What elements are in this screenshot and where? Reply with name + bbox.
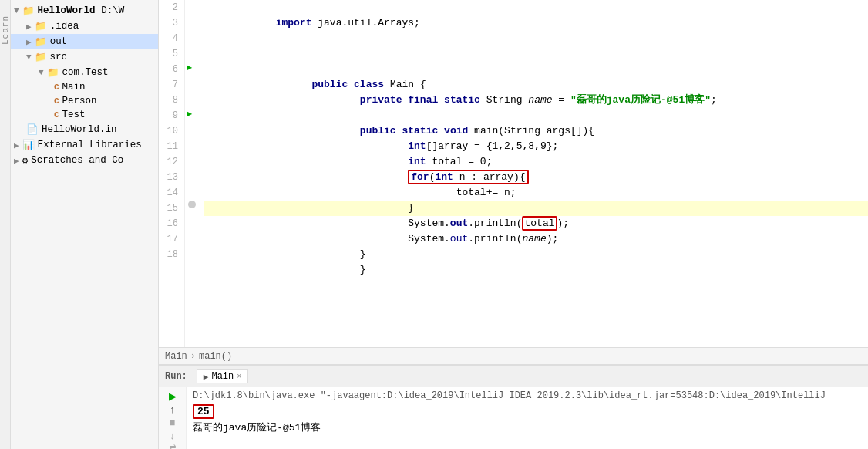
run-output: D:\jdk1.8\bin\java.exe "-javaagent:D:\id… [187, 387, 868, 449]
run-content: ▶ ↑ ■ ↓ ⇌ D:\jdk1.8\bin\java.exe "-javaa… [159, 387, 868, 449]
sidebar: ▼ 📁 HelloWorld D:\W ▶ 📁 .idea ▶ 📁 out ▼ … [11, 0, 159, 449]
run-up-button[interactable]: ↑ [164, 403, 181, 415]
sidebar-item-comtest[interactable]: ▼ 📁 com.Test [11, 65, 158, 80]
sidebar-label-src: src [50, 52, 68, 62]
sidebar-label-scratches: Scratches and Co [31, 155, 123, 166]
sidebar-item-scratches[interactable]: ▶ ⚙ Scratches and Co [11, 153, 158, 168]
chevron-right-icon-scratch: ▶ [14, 156, 19, 166]
gutter: ▶ ▶ [185, 0, 200, 347]
chevron-right-icon-out: ▶ [26, 37, 32, 47]
run-cn-output: 磊哥的java历险记-@51博客 [193, 420, 862, 434]
run-result-25: 25 [193, 404, 214, 419]
code-line-6: public class Main { [204, 62, 868, 77]
code-line-2: import java.util.Arrays; [204, 0, 868, 15]
run-wrap-button[interactable]: ⇌ [164, 443, 181, 449]
breadcrumb: Main › main() [159, 347, 868, 364]
sidebar-label-person: Person [62, 96, 97, 106]
sidebar-label-out: out [50, 36, 68, 47]
sidebar-item-main[interactable]: C Main [11, 80, 158, 94]
breadcrumb-arrow: › [190, 351, 196, 362]
sidebar-label-helloworldin: HelloWorld.in [42, 124, 117, 135]
run-tab-close[interactable]: × [237, 373, 241, 381]
left-edge: Learn [0, 0, 11, 449]
sidebar-item-src[interactable]: ▼ 📁 src [11, 49, 158, 65]
code-content[interactable]: import java.util.Arrays; public class Ma… [200, 0, 868, 347]
chevron-down-icon-src: ▼ [26, 52, 32, 62]
run-down-button[interactable]: ↓ [164, 430, 181, 441]
run-label: Run: [165, 371, 187, 382]
sidebar-label-extlibs: External Libraries [38, 140, 142, 150]
run-header: Run: ▶ Main × [159, 366, 868, 387]
breakpoint-14 [188, 201, 196, 208]
sidebar-label-helloworld: HelloWorld D:\W [38, 5, 125, 16]
sidebar-label-comtest: com.Test [62, 67, 109, 78]
run-cmd-text: D:\jdk1.8\bin\java.exe "-javaagent:D:\id… [193, 390, 826, 401]
run-arrow-6: ▶ [187, 62, 192, 73]
main-area: Learn ▼ 📁 HelloWorld D:\W ▶ 📁 .idea ▶ 📁 … [0, 0, 868, 449]
chevron-right-icon: ▶ [26, 22, 32, 32]
chevron-down-icon: ▼ [14, 6, 19, 15]
code-line-4 [204, 31, 868, 46]
run-stop-button[interactable]: ■ [164, 417, 181, 428]
sidebar-label-main: Main [62, 82, 86, 93]
sidebar-label-idea: .idea [50, 21, 79, 32]
run-play-button[interactable]: ▶ [164, 390, 181, 402]
run-tab-main[interactable]: ▶ Main × [197, 369, 248, 383]
run-side-toolbar: ▶ ↑ ■ ↓ ⇌ [159, 387, 187, 449]
breadcrumb-part-2: main() [199, 351, 232, 362]
code-editor[interactable]: 2 3 4 5 6 7 8 9 10 11 12 13 14 15 16 17 [159, 0, 868, 347]
editor-container: 2 3 4 5 6 7 8 9 10 11 12 13 14 15 16 17 [159, 0, 868, 449]
chevron-down-icon-comtest: ▼ [39, 68, 44, 77]
sidebar-item-out[interactable]: ▶ 📁 out [11, 34, 158, 49]
sidebar-item-person[interactable]: C Person [11, 94, 158, 108]
sidebar-label-test: Test [62, 110, 86, 120]
chevron-right-icon-ext: ▶ [14, 140, 19, 150]
code-line-9: public static void main(String args[]){ [204, 108, 868, 123]
code-line-5 [204, 46, 868, 62]
run-tab-label: Main [211, 371, 234, 382]
run-arrow-9: ▶ [187, 108, 192, 120]
breadcrumb-part-1: Main [165, 351, 187, 362]
run-panel: Run: ▶ Main × ▶ ↑ ■ ↓ ⇌ [159, 364, 868, 449]
run-cmd-line: D:\jdk1.8\bin\java.exe "-javaagent:D:\id… [193, 390, 862, 401]
sidebar-item-helloworld[interactable]: ▼ 📁 HelloWorld D:\W [11, 3, 158, 19]
sidebar-item-helloworldin[interactable]: 📄 HelloWorld.in [11, 122, 158, 137]
run-result-line: 25 [193, 403, 862, 420]
learn-tab[interactable]: Learn [1, 15, 10, 45]
sidebar-item-idea[interactable]: ▶ 📁 .idea [11, 19, 158, 34]
line-numbers: 2 3 4 5 6 7 8 9 10 11 12 13 14 15 16 17 [159, 0, 185, 347]
sidebar-item-extlibs[interactable]: ▶ 📊 External Libraries [11, 137, 158, 153]
sidebar-item-test[interactable]: C Test [11, 108, 158, 122]
